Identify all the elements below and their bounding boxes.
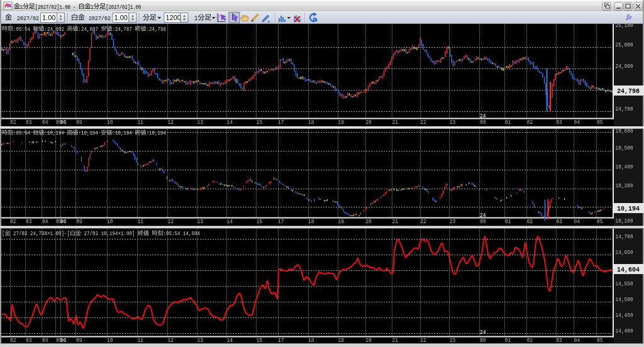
svg-text::24,802: :24,802: [45, 26, 65, 33]
svg-text:18: 18: [308, 337, 314, 344]
svg-text:15: 15: [257, 337, 263, 344]
svg-text::24,787: :24,787: [113, 26, 133, 33]
svg-text:23: 23: [450, 119, 456, 126]
svg-text:00: 00: [480, 337, 486, 344]
svg-text:25,000: 25,000: [616, 41, 633, 48]
svg-text::24,807: :24,807: [79, 26, 99, 33]
svg-text:14: 14: [227, 337, 233, 344]
svg-text:21: 21: [392, 337, 398, 344]
svg-text:20: 20: [365, 119, 372, 126]
svg-text:22: 22: [420, 337, 426, 344]
svg-text:14,650: 14,650: [616, 249, 633, 256]
svg-text:10,100: 10,100: [616, 218, 633, 224]
svg-text:1.00: 1.00: [114, 14, 128, 21]
svg-text:14,550: 14,550: [616, 280, 633, 287]
svg-text:20: 20: [365, 218, 372, 225]
svg-text:02: 02: [527, 119, 533, 126]
svg-text:20: 20: [365, 337, 372, 344]
svg-text:04: 04: [574, 119, 580, 126]
svg-text:02: 02: [527, 337, 533, 344]
svg-text::24,798: :24,798: [147, 26, 167, 33]
svg-text:03: 03: [556, 218, 562, 225]
svg-text:06: 06: [60, 119, 67, 126]
svg-text:03: 03: [26, 119, 32, 126]
svg-text:12: 12: [168, 337, 174, 344]
svg-text:22: 22: [420, 119, 426, 126]
svg-text:10,300: 10,300: [616, 182, 633, 189]
svg-text:10,400: 10,400: [616, 163, 633, 170]
svg-text:13: 13: [197, 119, 204, 126]
svg-text:2027/02: 2027/02: [89, 15, 111, 22]
svg-text:04: 04: [42, 218, 48, 225]
svg-text:1: 1: [91, 4, 93, 11]
svg-text:00: 00: [480, 218, 486, 225]
svg-text:10: 10: [107, 337, 113, 344]
svg-text:01: 01: [505, 218, 511, 225]
svg-text:19: 19: [338, 337, 345, 344]
svg-text:11: 11: [138, 337, 144, 344]
svg-text:09: 09: [76, 119, 82, 126]
svg-text:14,700: 14,700: [616, 233, 633, 240]
svg-text:[: [: [2, 231, 5, 237]
svg-text:1.00: 1.00: [42, 14, 55, 21]
svg-text:21: 21: [392, 119, 398, 126]
svg-text:17: 17: [278, 337, 284, 344]
svg-text::10,194: :10,194: [45, 130, 65, 136]
svg-text:19: 19: [338, 119, 345, 126]
svg-text:12: 12: [168, 218, 174, 225]
svg-text::10,194: :10,194: [147, 130, 167, 136]
svg-text:02: 02: [10, 337, 16, 344]
svg-text:04: 04: [42, 337, 48, 344]
svg-text:27/02: 27/02: [13, 231, 28, 237]
svg-text:04: 04: [42, 119, 48, 126]
svg-text:23: 23: [450, 337, 456, 344]
svg-text:17: 17: [278, 218, 284, 225]
svg-text:14,604: 14,604: [617, 266, 640, 273]
svg-text:[2027/02]1.00: [2027/02]1.00: [106, 4, 141, 11]
svg-text:02: 02: [10, 218, 16, 225]
svg-text:09: 09: [76, 218, 82, 225]
svg-text:06: 06: [60, 218, 67, 225]
svg-text:11: 11: [138, 119, 144, 126]
svg-text:02: 02: [10, 119, 16, 126]
svg-text:18: 18: [308, 218, 314, 225]
svg-text:06: 06: [60, 337, 67, 344]
svg-text:14,450: 14,450: [616, 312, 633, 319]
svg-text:03: 03: [26, 218, 32, 225]
svg-text::05:54: :05:54: [164, 231, 180, 237]
svg-text:15: 15: [257, 119, 263, 126]
svg-text:10,194: 10,194: [617, 205, 640, 212]
svg-text:11: 11: [138, 218, 144, 225]
svg-text:27/02: 27/02: [84, 231, 99, 237]
svg-text:09: 09: [76, 337, 82, 344]
svg-text::05:54: :05:54: [13, 26, 30, 33]
svg-text:24: 24: [480, 113, 486, 119]
svg-text:1: 1: [194, 14, 198, 22]
svg-text:13: 13: [197, 218, 204, 225]
svg-text:24,900: 24,900: [616, 63, 633, 70]
svg-text:R: R: [313, 16, 318, 23]
svg-text:14: 14: [227, 119, 233, 126]
svg-text:-: -: [73, 4, 75, 11]
svg-text:00: 00: [480, 119, 486, 126]
svg-text:[2027/02]1.00: [2027/02]1.00: [35, 4, 70, 11]
svg-text:18: 18: [308, 119, 314, 126]
svg-text:24,798: 24,798: [617, 87, 640, 95]
svg-text:24,798×1.00]-[: 24,798×1.00]-[: [30, 231, 70, 237]
svg-text:01: 01: [505, 337, 511, 344]
svg-text:10,500: 10,500: [616, 145, 633, 151]
svg-text:17: 17: [278, 119, 284, 126]
svg-text:24,700: 24,700: [616, 106, 633, 113]
svg-text:1200: 1200: [166, 14, 181, 21]
svg-text:24: 24: [480, 329, 486, 336]
svg-text:10,194×1.00]: 10,194×1.00]: [101, 231, 135, 237]
svg-text:14: 14: [227, 218, 233, 225]
svg-text:05: 05: [597, 337, 603, 344]
svg-text:23: 23: [450, 218, 456, 225]
svg-text:12: 12: [168, 119, 174, 126]
svg-text:14,604: 14,604: [183, 231, 200, 237]
svg-text:01: 01: [505, 119, 511, 126]
svg-text::10,194: :10,194: [79, 130, 99, 136]
svg-text:03: 03: [556, 119, 562, 126]
svg-text:03: 03: [556, 337, 562, 344]
